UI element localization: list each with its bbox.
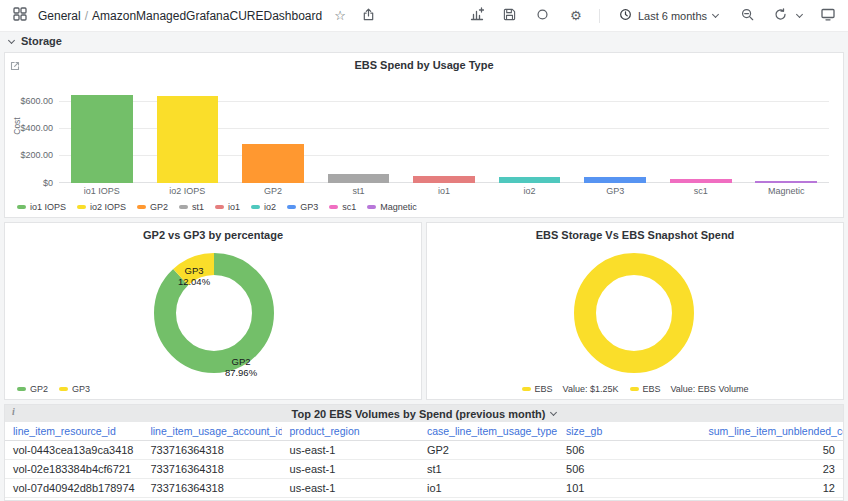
gear-icon: ⚙	[570, 8, 582, 23]
y-axis-tick-label: $0	[11, 178, 53, 188]
table-cell: 506	[558, 441, 700, 460]
panel-top-20-ebs-volumes: i Top 20 EBS Volumes by Spend (previous …	[4, 404, 844, 501]
bar-category	[658, 179, 744, 183]
bar-category	[145, 96, 231, 183]
dashboard-insights-button[interactable]	[533, 6, 553, 26]
panel-title[interactable]: GP2 vs GP3 by percentage	[5, 229, 421, 241]
apps-grid-icon	[13, 7, 27, 24]
column-header-line_item_usage_account_id[interactable]: line_item_usage_account_id	[142, 422, 281, 441]
legend-label: GP2	[30, 384, 48, 394]
toolbar-divider	[599, 9, 600, 23]
table-cell: st1	[419, 460, 558, 479]
save-dashboard-button[interactable]	[500, 6, 520, 26]
column-header-sum_line_item_unblended_cost[interactable]: sum_line_item_unblended_cost	[700, 422, 843, 441]
table-cell: GP2	[419, 441, 558, 460]
x-axis-label: io2	[487, 186, 573, 196]
ebs-volumes-table: line_item_resource_idline_item_usage_acc…	[5, 422, 843, 498]
apps-menu-button[interactable]	[10, 6, 30, 26]
toolbar-right: ⚙ Last 6 months	[467, 6, 838, 26]
legend-item[interactable]: io1	[215, 202, 240, 212]
legend-item[interactable]: Magnetic	[367, 202, 417, 212]
donut-slice-label-gp3: GP3 12.04%	[178, 265, 210, 288]
legend-value: Value: $1.25K	[563, 384, 619, 394]
panel-title[interactable]: Top 20 EBS Volumes by Spend (previous mo…	[292, 408, 546, 420]
breadcrumb-folder[interactable]: General	[38, 9, 81, 23]
refresh-button[interactable]	[770, 6, 790, 26]
table-row: vol-07d40942d8b178974733716364318us-east…	[5, 479, 843, 498]
panel-info-icon[interactable]: i	[12, 406, 15, 417]
legend-marker	[215, 205, 224, 209]
column-header-case_line_item_usage_type[interactable]: case_line_item_usage_type	[419, 422, 558, 441]
bar-category	[744, 181, 830, 183]
breadcrumb-dashboard-title[interactable]: AmazonManagedGrafanaCUREDashboard	[92, 9, 322, 23]
column-header-line_item_resource_id[interactable]: line_item_resource_id	[5, 422, 142, 441]
bar-legend: io1 IOPSio2 IOPSGP2st1io1io2GP3sc1Magnet…	[17, 202, 417, 212]
zoom-out-button[interactable]	[737, 6, 757, 26]
table-cell: vol-07d40942d8b178974	[5, 479, 142, 498]
x-axis-label: st1	[316, 186, 402, 196]
legend-item[interactable]: GP3	[287, 202, 318, 212]
legend-marker	[287, 205, 296, 209]
table-cell: vol-0443cea13a9ca3418	[5, 441, 142, 460]
table-cell: 12	[700, 479, 843, 498]
x-axis-label: GP3	[572, 186, 658, 196]
table-body: vol-0443cea13a9ca3418733716364318us-east…	[5, 441, 843, 498]
bar-io1	[413, 176, 475, 183]
legend-label: GP3	[300, 202, 318, 212]
bar-st1	[328, 174, 390, 184]
legend-item[interactable]: GP2	[17, 384, 48, 394]
table-cell: us-east-1	[282, 460, 419, 479]
bar-category	[316, 174, 402, 184]
legend-item[interactable]: EBSValue: EBS Volume	[630, 384, 749, 394]
bar-sc1	[670, 179, 732, 183]
slice-name: GP3	[178, 265, 210, 276]
legend-item[interactable]: GP2	[137, 202, 168, 212]
legend-label: io1 IOPS	[30, 202, 66, 212]
table-row: vol-0443cea13a9ca3418733716364318us-east…	[5, 441, 843, 460]
legend-item[interactable]: st1	[179, 202, 204, 212]
dashboard-settings-button[interactable]: ⚙	[566, 6, 586, 26]
panel-title[interactable]: EBS Spend by Usage Type	[5, 59, 843, 71]
legend-item[interactable]: io2 IOPS	[77, 202, 126, 212]
legend-item[interactable]: io1 IOPS	[17, 202, 66, 212]
bar-plot: $600.00$400.00$200.00$0	[59, 88, 829, 183]
chevron-down-icon	[8, 36, 15, 43]
dashboard-row-storage[interactable]: Storage	[0, 32, 848, 50]
legend-item[interactable]: EBSValue: $1.25K	[522, 384, 619, 394]
panel-links-icon[interactable]	[10, 57, 20, 75]
panel-gp2-vs-gp3: GP2 vs GP3 by percentage GP3 12.04% GP2 …	[4, 222, 422, 400]
table-panel-header[interactable]: i Top 20 EBS Volumes by Spend (previous …	[5, 405, 843, 422]
time-range-picker[interactable]: Last 6 months	[613, 7, 724, 24]
column-header-size_gb[interactable]: size_gb	[558, 422, 700, 441]
y-axis-tick-label: $400.00	[11, 123, 53, 133]
legend-marker	[179, 205, 188, 209]
slice-percent: 87.96%	[225, 367, 257, 378]
legend-item[interactable]: sc1	[329, 202, 356, 212]
panel-title[interactable]: EBS Storage Vs EBS Snapshot Spend	[427, 229, 843, 241]
refresh-interval-dropdown[interactable]	[793, 6, 805, 26]
legend-item[interactable]: io2	[251, 202, 276, 212]
slice-name: GP2	[225, 356, 257, 367]
bar-gp3	[584, 177, 646, 183]
table-cell: 50	[700, 441, 843, 460]
table-cell: io1	[419, 479, 558, 498]
monitor-icon	[821, 8, 835, 24]
refresh-icon	[774, 8, 787, 24]
bar-xaxis: io1 IOPSio2 IOPSGP2st1io1io2GP3sc1Magnet…	[59, 186, 829, 196]
legend-marker	[137, 205, 146, 209]
legend-marker	[251, 205, 260, 209]
legend-label: st1	[192, 202, 204, 212]
legend-marker	[367, 205, 376, 209]
legend-item[interactable]: GP3	[59, 384, 90, 394]
legend-label: EBS	[535, 384, 553, 394]
star-dashboard-button[interactable]: ☆	[330, 6, 350, 26]
x-axis-label: GP2	[230, 186, 316, 196]
legend-marker	[59, 387, 68, 391]
table-cell: us-east-1	[282, 441, 419, 460]
kiosk-mode-button[interactable]	[818, 6, 838, 26]
share-dashboard-button[interactable]	[358, 6, 378, 26]
column-header-product_region[interactable]: product_region	[282, 422, 419, 441]
bar-series	[59, 88, 829, 183]
table-cell: 733716364318	[142, 479, 281, 498]
add-panel-button[interactable]	[467, 6, 487, 26]
